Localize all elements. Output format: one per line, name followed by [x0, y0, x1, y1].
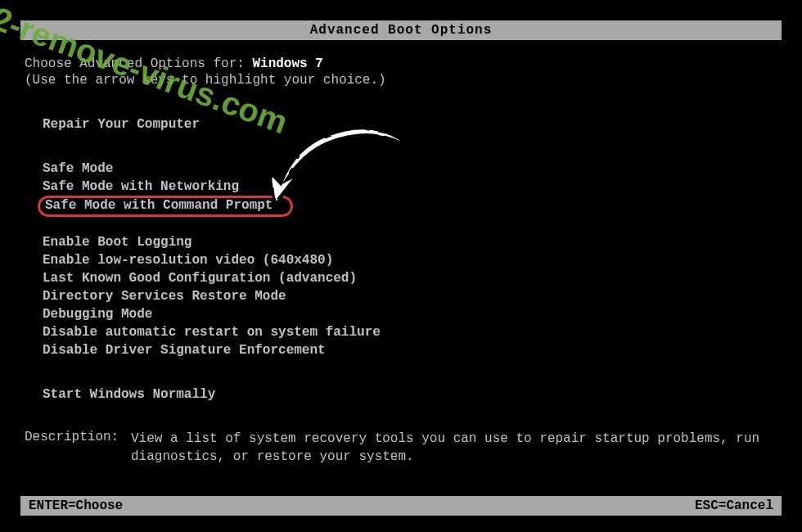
description-text: View a list of system recovery tools you…: [131, 430, 777, 467]
menu-safe-mode-networking[interactable]: Safe Mode with Networking: [25, 178, 777, 196]
os-name: Windows 7: [252, 56, 322, 71]
menu-debugging[interactable]: Debugging Mode: [25, 305, 777, 323]
title-bar: Advanced Boot Options: [20, 20, 782, 40]
menu-boot-logging[interactable]: Enable Boot Logging: [25, 233, 777, 251]
menu-directory-restore[interactable]: Directory Services Restore Mode: [25, 287, 777, 305]
menu-low-res[interactable]: Enable low-resolution video (640x480): [25, 251, 777, 269]
menu-safe-mode[interactable]: Safe Mode: [25, 160, 777, 178]
menu-disable-restart[interactable]: Disable automatic restart on system fail…: [25, 323, 777, 341]
menu-last-known-good[interactable]: Last Known Good Configuration (advanced): [25, 269, 777, 287]
description-block: Description: View a list of system recov…: [25, 430, 777, 467]
description-label: Description:: [25, 430, 131, 444]
choose-prompt: Choose Advanced Options for: Windows 7: [25, 56, 777, 71]
footer-esc: ESC=Cancel: [695, 498, 773, 513]
menu-disable-driver-sig[interactable]: Disable Driver Signature Enforcement: [25, 341, 777, 359]
footer-enter: ENTER=Choose: [29, 498, 123, 513]
main-content: Choose Advanced Options for: Windows 7 (…: [0, 40, 802, 483]
screen-title: Advanced Boot Options: [310, 23, 493, 38]
menu-start-normally[interactable]: Start Windows Normally: [25, 385, 777, 404]
prompt-label: Choose Advanced Options for:: [25, 56, 252, 71]
hint-line: (Use the arrow keys to highlight your ch…: [25, 73, 777, 88]
menu-repair-computer[interactable]: Repair Your Computer: [25, 115, 777, 133]
footer-bar: ENTER=Choose ESC=Cancel: [20, 496, 782, 516]
menu-safe-mode-cmd[interactable]: Safe Mode with Command Prompt: [38, 196, 293, 217]
